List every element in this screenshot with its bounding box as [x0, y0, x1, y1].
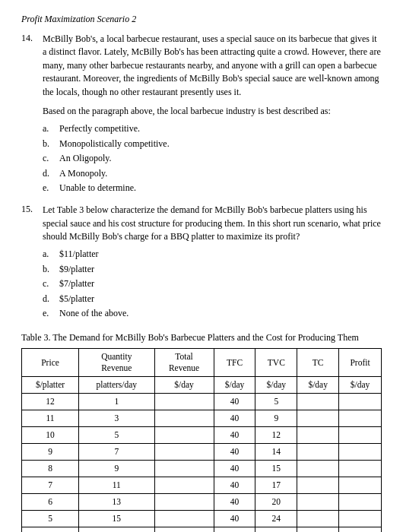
cell-price: 5	[22, 510, 79, 527]
cell-tvc: 12	[255, 427, 297, 444]
cell-tfc: 40	[214, 444, 255, 461]
q14-number: 14.	[21, 33, 38, 196]
table-body: 1214051134091054012974014894015711401761…	[22, 394, 382, 532]
cell-tc	[297, 477, 339, 493]
cell-total_rev	[154, 460, 214, 477]
q15-d-letter: d.	[43, 293, 55, 306]
cell-tc	[297, 527, 339, 532]
cell-price: 7	[22, 477, 79, 493]
cell-profit	[339, 460, 382, 477]
q14-c-text: An Oligopoly.	[59, 152, 382, 165]
cell-quantity: 17	[79, 527, 154, 532]
cell-price: 4	[22, 527, 79, 532]
q15-text: Let Table 3 below characterize the deman…	[43, 204, 381, 242]
table-row: 974014	[22, 444, 382, 461]
col-tvc-unit: $/day	[255, 377, 297, 394]
cell-tc	[297, 394, 339, 410]
q15-e-text: None of the above.	[59, 307, 382, 320]
cell-tfc: 40	[214, 477, 255, 493]
table-row: 894015	[22, 460, 382, 477]
cell-total_rev	[154, 527, 214, 532]
cell-profit	[339, 394, 382, 410]
cell-tfc: 40	[214, 510, 255, 527]
cell-price: 11	[22, 410, 79, 427]
table-row: 121405	[22, 394, 382, 410]
cell-tfc: 40	[214, 493, 255, 510]
cell-profit	[339, 493, 382, 510]
q14-a-letter: a.	[43, 122, 55, 135]
col-price-unit: $/platter	[22, 377, 79, 394]
cell-quantity: 15	[79, 510, 154, 527]
table-subheader-row: $/platter platters/day $/day $/day $/day…	[22, 377, 382, 394]
q15-body: Let Table 3 below characterize the deman…	[43, 204, 382, 321]
cell-quantity: 5	[79, 427, 154, 444]
col-quantity-unit: platters/day	[79, 377, 154, 394]
cell-profit	[339, 410, 382, 427]
cell-tvc: 14	[255, 444, 297, 461]
q15-b-text: $9/platter	[59, 263, 382, 276]
cell-tc	[297, 510, 339, 527]
cell-total_rev	[154, 410, 214, 427]
table-row: 7114017	[22, 477, 382, 493]
cell-tc	[297, 410, 339, 427]
cell-tc	[297, 460, 339, 477]
cell-price: 12	[22, 394, 79, 410]
col-profit-unit: $/day	[339, 377, 382, 394]
q14-sub: Based on the paragraph above, the local …	[43, 105, 382, 118]
q15-c-text: $7/platter	[59, 277, 382, 290]
table-header-row: Price QuantityRevenue TotalRevenue TFC T…	[22, 349, 382, 377]
page-heading: Profit Maximization Scenario 2	[21, 14, 382, 25]
q15-number: 15.	[21, 204, 38, 321]
q14-b-letter: b.	[43, 138, 55, 150]
col-tfc-unit: $/day	[214, 377, 255, 394]
cell-total_rev	[154, 477, 214, 493]
cell-total_rev	[154, 510, 214, 527]
cell-tvc: 17	[255, 477, 297, 493]
cell-tfc: 40	[214, 527, 255, 532]
cell-tc	[297, 427, 339, 444]
cell-total_rev	[154, 493, 214, 510]
table-row: 1054012	[22, 427, 382, 444]
col-tc-unit: $/day	[297, 377, 339, 394]
cell-tvc: 9	[255, 410, 297, 427]
q14-text: McBilly Bob's, a local barbecue restaura…	[43, 33, 381, 97]
q15-b-letter: b.	[43, 263, 55, 276]
cell-tvc: 24	[255, 510, 297, 527]
cell-tfc: 40	[214, 410, 255, 427]
cell-price: 10	[22, 427, 79, 444]
cell-profit	[339, 527, 382, 532]
demand-table: Price QuantityRevenue TotalRevenue TFC T…	[21, 348, 382, 532]
q15-a-text: $11/platter	[59, 248, 382, 261]
q15-e-letter: e.	[43, 307, 55, 320]
cell-tfc: 40	[214, 394, 255, 410]
cell-price: 9	[22, 444, 79, 461]
table-row: 4174029	[22, 527, 382, 532]
q14-d-text: A Monopoly.	[59, 167, 382, 180]
table-row: 113409	[22, 410, 382, 427]
table-row: 5154024	[22, 510, 382, 527]
col-tfc-header: TFC	[214, 349, 255, 377]
col-totalrev-unit: $/day	[154, 377, 214, 394]
cell-tc	[297, 444, 339, 461]
cell-profit	[339, 477, 382, 493]
cell-quantity: 13	[79, 493, 154, 510]
q15-answers: a. $11/platter b. $9/platter c. $7/platt…	[43, 248, 382, 320]
col-totalrev-header: TotalRevenue	[154, 349, 214, 377]
cell-price: 8	[22, 460, 79, 477]
cell-quantity: 3	[79, 410, 154, 427]
cell-tfc: 40	[214, 460, 255, 477]
cell-tvc: 5	[255, 394, 297, 410]
cell-total_rev	[154, 394, 214, 410]
cell-profit	[339, 510, 382, 527]
q14-e-text: Unable to determine.	[59, 182, 382, 195]
table-row: 6134020	[22, 493, 382, 510]
cell-tvc: 29	[255, 527, 297, 532]
col-tc-header: TC	[297, 349, 339, 377]
q14-body: McBilly Bob's, a local barbecue restaura…	[43, 33, 382, 196]
q15-c-letter: c.	[43, 277, 55, 290]
q14-a-text: Perfectly competitive.	[59, 122, 382, 135]
cell-tvc: 15	[255, 460, 297, 477]
cell-total_rev	[154, 444, 214, 461]
cell-tfc: 40	[214, 427, 255, 444]
cell-tvc: 20	[255, 493, 297, 510]
